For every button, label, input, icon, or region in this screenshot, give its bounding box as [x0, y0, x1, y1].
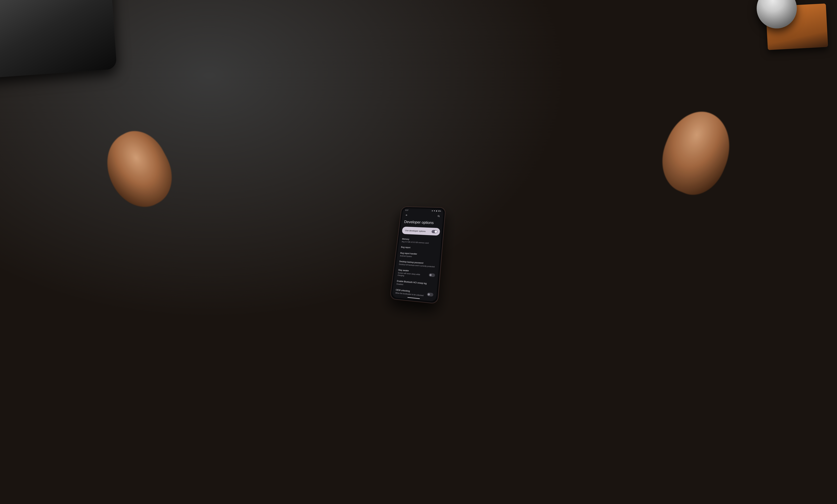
row-title: Bug report [401, 246, 438, 251]
page-title: Developer options [401, 218, 443, 228]
vibrate-icon [431, 210, 433, 212]
search-button[interactable] [436, 214, 441, 218]
status-battery: 93% [438, 210, 441, 212]
row-text: OEM unlockingAllow the bootloader to be … [395, 288, 425, 297]
row-toggle-oem-unlock[interactable] [427, 292, 433, 297]
row-text: Bug report handlerAndroid System [400, 252, 437, 259]
wifi-icon [433, 210, 435, 212]
master-toggle-card[interactable]: Use developer options [402, 227, 440, 236]
master-toggle-switch[interactable] [431, 230, 438, 233]
row-toggle-stay-awake[interactable] [429, 273, 435, 277]
back-button[interactable] [404, 213, 409, 217]
phone-screen: 2:17 93% Developer options Use developer… [392, 208, 444, 302]
scene-laptop [0, 0, 117, 78]
settings-list: MemoryAvg 4.4 GB of 8.0 GB memory usedBu… [392, 236, 441, 300]
row-text: Desktop backup passwordDesktop full back… [399, 260, 436, 268]
status-right: 93% [431, 210, 441, 212]
row-text: Stay awakeScreen will never sleep while … [397, 269, 427, 278]
row-text: MemoryAvg 4.4 GB of 8.0 GB memory used [402, 238, 438, 245]
arrow-back-icon [405, 214, 408, 217]
battery-icon [435, 210, 437, 212]
row-text: Bug report [401, 246, 438, 251]
search-icon [437, 215, 440, 217]
status-time: 2:17 [405, 209, 408, 211]
row-text: Enable Bluetooth HCI snoop logDisabled [396, 280, 434, 288]
master-toggle-label: Use developer options [405, 229, 426, 232]
